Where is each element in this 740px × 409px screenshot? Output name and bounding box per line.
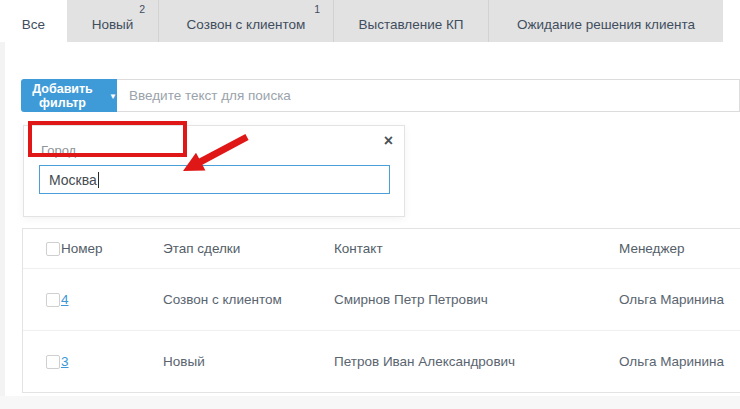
row-checkbox[interactable]	[46, 355, 60, 369]
city-filter-input[interactable]: Москва	[39, 165, 390, 194]
table-row: 4 Созвон с клиентом Смирнов Петр Петрови…	[23, 268, 740, 330]
tab-all[interactable]: Все	[0, 0, 67, 42]
column-header-stage: Этап сделки	[163, 241, 334, 256]
tab-label: Выставление КП	[358, 17, 463, 32]
filter-bar: Добавить фильтр ▼	[21, 79, 740, 112]
deal-number-link[interactable]: 3	[61, 354, 69, 369]
tab-new[interactable]: Новый 2	[67, 0, 158, 42]
tab-label: Все	[22, 17, 45, 32]
deal-number-link[interactable]: 4	[61, 292, 69, 307]
city-filter-popup: Город × Москва	[23, 125, 405, 217]
deal-manager: Ольга Маринина	[619, 354, 740, 369]
header-checkbox[interactable]	[46, 242, 60, 256]
tab-label: Ожидание решения клиента	[517, 17, 695, 32]
tab-label: Новый	[92, 17, 134, 32]
column-header-contact: Контакт	[334, 241, 619, 256]
caret-down-icon: ▼	[109, 92, 117, 101]
add-filter-label: Добавить фильтр	[21, 82, 104, 110]
tab-proposal[interactable]: Выставление КП	[333, 0, 488, 42]
tab-label: Созвон с клиентом	[187, 17, 306, 32]
table-header-row: Номер Этап сделки Контакт Менеджер	[23, 229, 740, 268]
row-checkbox[interactable]	[46, 293, 60, 307]
deal-stage: Новый	[163, 354, 334, 369]
page-left-gutter	[0, 42, 5, 409]
deals-table: Номер Этап сделки Контакт Менеджер 4 Соз…	[22, 228, 740, 393]
tab-count-badge: 2	[139, 3, 145, 15]
text-caret	[98, 172, 99, 188]
stage-tabs: Все Новый 2 Созвон с клиентом 1 Выставле…	[0, 0, 723, 42]
deal-contact: Смирнов Петр Петрович	[334, 292, 619, 307]
page-bottom-gutter	[0, 396, 740, 409]
deal-stage: Созвон с клиентом	[163, 292, 334, 307]
column-header-number: Номер	[61, 241, 163, 256]
tab-awaiting-decision[interactable]: Ожидание решения клиента	[488, 0, 723, 42]
column-header-manager: Менеджер	[619, 241, 740, 256]
table-row: 3 Новый Петров Иван Александрович Ольга …	[23, 330, 740, 392]
tab-count-badge: 1	[314, 3, 320, 15]
city-filter-value: Москва	[49, 172, 97, 188]
deal-manager: Ольга Маринина	[619, 292, 740, 307]
add-filter-button[interactable]: Добавить фильтр ▼	[21, 79, 117, 112]
city-filter-label: Город	[41, 143, 76, 158]
deal-contact: Петров Иван Александрович	[334, 354, 619, 369]
close-icon[interactable]: ×	[384, 132, 393, 150]
search-input[interactable]	[117, 79, 740, 112]
tab-call-with-client[interactable]: Созвон с клиентом 1	[158, 0, 333, 42]
